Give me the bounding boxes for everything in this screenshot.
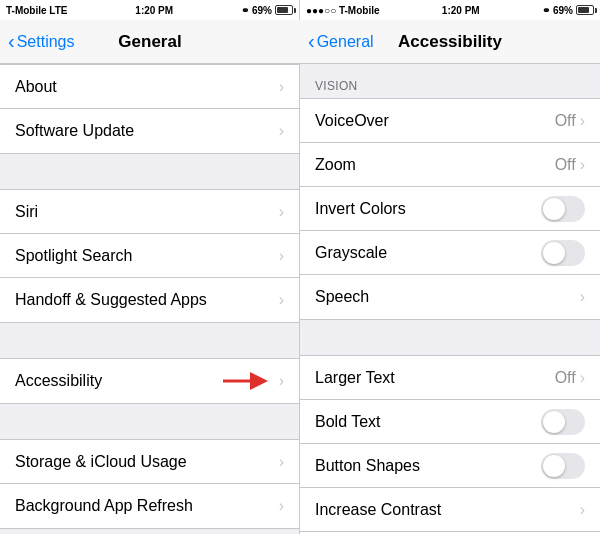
item-label-voiceover: VoiceOver	[315, 112, 389, 130]
right-group-2: Larger Text Off › Bold Text Button Shape…	[300, 355, 600, 534]
item-right-softwareupdate: ›	[279, 122, 284, 140]
list-item[interactable]: Background App Refresh ›	[0, 484, 299, 528]
nav-bars: ‹ Settings General ‹ General Accessibili…	[0, 20, 600, 64]
right-group-1: VoiceOver Off › Zoom Off › Invert Colors	[300, 98, 600, 320]
list-item[interactable]: Grayscale	[300, 231, 600, 275]
chevron-icon: ›	[279, 247, 284, 265]
item-right-largertext: Off ›	[555, 369, 585, 387]
section-vision-label: VISION	[300, 64, 600, 98]
status-bar: T-Mobile LTE 1:20 PM ⚭ 69% ●●●○○ T-Mobil…	[0, 0, 600, 20]
separator	[0, 154, 299, 189]
item-right-bgrefresh: ›	[279, 497, 284, 515]
item-label-bgrefresh: Background App Refresh	[15, 497, 193, 515]
separator	[0, 404, 299, 439]
item-label-softwareupdate: Software Update	[15, 122, 134, 140]
separator	[0, 323, 299, 358]
item-label-zoom: Zoom	[315, 156, 356, 174]
item-right-accessibility: ›	[221, 367, 284, 395]
left-nav-bar: ‹ Settings General	[0, 20, 300, 64]
right-back-label[interactable]: General	[317, 33, 374, 51]
back-chevron-icon: ‹	[8, 31, 15, 51]
zoom-value: Off	[555, 156, 576, 174]
red-arrow-icon	[221, 367, 271, 395]
bluetooth-icon-right: ⚭	[542, 5, 550, 16]
chevron-icon: ›	[580, 112, 585, 130]
voiceover-value: Off	[555, 112, 576, 130]
chevron-icon: ›	[279, 453, 284, 471]
item-label-about: About	[15, 78, 57, 96]
right-back-button[interactable]: ‹ General	[308, 32, 374, 51]
right-panel: VISION VoiceOver Off › Zoom Off › Invert…	[300, 64, 600, 534]
time-left: 1:20 PM	[135, 5, 173, 16]
list-item[interactable]: Storage & iCloud Usage ›	[0, 440, 299, 484]
item-label-boldtext: Bold Text	[315, 413, 381, 431]
item-right-voiceover: Off ›	[555, 112, 585, 130]
chevron-icon: ›	[580, 156, 585, 174]
chevron-icon: ›	[580, 288, 585, 306]
buttonshapes-toggle[interactable]	[541, 453, 585, 479]
status-icons-right: ⚭ 69%	[542, 5, 594, 16]
list-item[interactable]: Handoff & Suggested Apps ›	[0, 278, 299, 322]
left-back-label[interactable]: Settings	[17, 33, 75, 51]
list-item[interactable]: Siri ›	[0, 190, 299, 234]
item-label-spotlight: Spotlight Search	[15, 247, 132, 265]
carrier-left: T-Mobile LTE	[6, 5, 67, 16]
invertcolors-toggle[interactable]	[541, 196, 585, 222]
item-right-speech: ›	[580, 288, 585, 306]
item-label-siri: Siri	[15, 203, 38, 221]
battery-icon-right	[576, 5, 594, 15]
item-label-invertcolors: Invert Colors	[315, 200, 406, 218]
list-item[interactable]: Invert Colors	[300, 187, 600, 231]
chevron-icon: ›	[279, 497, 284, 515]
item-label-buttonshapes: Button Shapes	[315, 457, 420, 475]
item-right-boldtext	[541, 409, 585, 435]
battery-icon-left	[275, 5, 293, 15]
separator	[0, 529, 299, 534]
back-chevron-icon-right: ‹	[308, 31, 315, 51]
battery-pct-right: 69%	[553, 5, 573, 16]
chevron-icon: ›	[580, 501, 585, 519]
item-label-largertext: Larger Text	[315, 369, 395, 387]
item-right-storage: ›	[279, 453, 284, 471]
item-right-buttonshapes	[541, 453, 585, 479]
item-label-storage: Storage & iCloud Usage	[15, 453, 187, 471]
left-panel: About › Software Update › Siri ›	[0, 64, 300, 534]
list-item[interactable]: VoiceOver Off ›	[300, 99, 600, 143]
carrier-right: ●●●○○ T-Mobile	[306, 5, 380, 16]
list-item[interactable]: Larger Text Off ›	[300, 356, 600, 400]
item-right-invertcolors	[541, 196, 585, 222]
chevron-icon: ›	[279, 78, 284, 96]
status-bar-left: T-Mobile LTE 1:20 PM ⚭ 69%	[0, 0, 300, 20]
list-item[interactable]: Button Shapes	[300, 444, 600, 488]
left-group-2: Siri › Spotlight Search › Handoff & Sugg…	[0, 189, 299, 323]
item-right-increasecontrast: ›	[580, 501, 585, 519]
list-item[interactable]: Speech ›	[300, 275, 600, 319]
item-right-spotlight: ›	[279, 247, 284, 265]
separator	[300, 320, 600, 355]
boldtext-toggle[interactable]	[541, 409, 585, 435]
item-right-grayscale	[541, 240, 585, 266]
chevron-icon: ›	[580, 369, 585, 387]
grayscale-toggle[interactable]	[541, 240, 585, 266]
bluetooth-icon-left: ⚭	[241, 5, 249, 16]
list-item[interactable]: Increase Contrast ›	[300, 488, 600, 532]
status-bar-right: ●●●○○ T-Mobile 1:20 PM ⚭ 69%	[300, 0, 600, 20]
list-item[interactable]: Spotlight Search ›	[0, 234, 299, 278]
chevron-icon: ›	[279, 291, 284, 309]
item-right-zoom: Off ›	[555, 156, 585, 174]
item-label-accessibility: Accessibility	[15, 372, 102, 390]
left-back-button[interactable]: ‹ Settings	[8, 32, 74, 51]
status-icons-left: ⚭ 69%	[241, 5, 293, 16]
chevron-icon: ›	[279, 203, 284, 221]
item-label-increasecontrast: Increase Contrast	[315, 501, 441, 519]
left-group-1: About › Software Update ›	[0, 64, 299, 154]
time-right: 1:20 PM	[442, 5, 480, 16]
accessibility-item[interactable]: Accessibility ›	[0, 359, 299, 403]
list-item[interactable]: Zoom Off ›	[300, 143, 600, 187]
left-nav-title: General	[118, 32, 181, 52]
right-nav-bar: ‹ General Accessibility	[300, 20, 600, 64]
main-content: About › Software Update › Siri ›	[0, 64, 600, 534]
list-item[interactable]: About ›	[0, 65, 299, 109]
list-item[interactable]: Software Update ›	[0, 109, 299, 153]
list-item[interactable]: Bold Text	[300, 400, 600, 444]
